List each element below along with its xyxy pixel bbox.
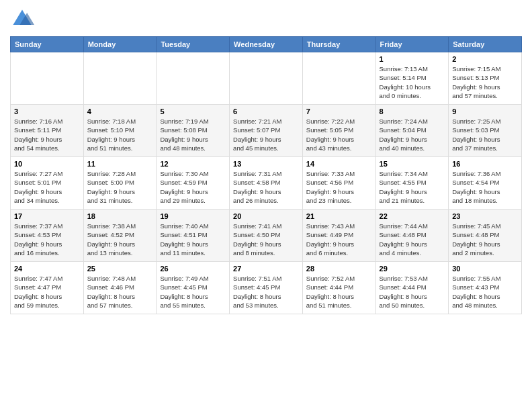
day-number: 1	[380, 55, 445, 63]
day-number: 26	[160, 265, 226, 273]
day-number: 30	[452, 265, 518, 273]
weekday-header: Wednesday	[230, 37, 303, 52]
day-number: 23	[452, 212, 518, 220]
calendar-week-row: 24Sunrise: 7:47 AM Sunset: 4:47 PM Dayli…	[11, 262, 522, 314]
day-info: Sunrise: 7:34 AM Sunset: 4:55 PM Dayligh…	[380, 169, 445, 205]
day-info: Sunrise: 7:40 AM Sunset: 4:51 PM Dayligh…	[160, 222, 226, 257]
weekday-header: Thursday	[302, 37, 375, 52]
day-info: Sunrise: 7:51 AM Sunset: 4:45 PM Dayligh…	[233, 274, 299, 310]
day-info: Sunrise: 7:24 AM Sunset: 5:04 PM Dayligh…	[380, 117, 445, 152]
day-info: Sunrise: 7:48 AM Sunset: 4:46 PM Dayligh…	[87, 274, 153, 310]
day-number: 14	[306, 160, 372, 168]
day-number: 13	[233, 160, 299, 168]
day-number: 3	[14, 107, 80, 116]
calendar-cell: 4Sunrise: 7:18 AM Sunset: 5:10 PM Daylig…	[83, 105, 157, 157]
day-number: 25	[87, 265, 153, 273]
day-info: Sunrise: 7:43 AM Sunset: 4:49 PM Dayligh…	[306, 222, 372, 257]
day-number: 21	[306, 212, 372, 220]
weekday-header: Monday	[83, 37, 157, 52]
weekday-header: Saturday	[449, 37, 522, 52]
day-info: Sunrise: 7:16 AM Sunset: 5:11 PM Dayligh…	[14, 117, 80, 152]
calendar-cell: 25Sunrise: 7:48 AM Sunset: 4:46 PM Dayli…	[83, 262, 157, 314]
calendar-cell: 9Sunrise: 7:25 AM Sunset: 5:03 PM Daylig…	[449, 105, 522, 157]
calendar-week-row: 10Sunrise: 7:27 AM Sunset: 5:01 PM Dayli…	[11, 157, 522, 210]
day-number: 19	[160, 212, 226, 220]
day-info: Sunrise: 7:25 AM Sunset: 5:03 PM Dayligh…	[452, 117, 518, 152]
calendar-cell: 22Sunrise: 7:44 AM Sunset: 4:48 PM Dayli…	[375, 210, 449, 262]
weekday-header: Friday	[375, 37, 449, 52]
calendar-cell: 2Sunrise: 7:15 AM Sunset: 5:13 PM Daylig…	[449, 52, 522, 105]
day-info: Sunrise: 7:31 AM Sunset: 4:58 PM Dayligh…	[233, 169, 299, 205]
day-number: 4	[87, 107, 153, 116]
calendar-cell: 20Sunrise: 7:41 AM Sunset: 4:50 PM Dayli…	[230, 210, 303, 262]
day-number: 15	[380, 160, 445, 168]
day-number: 29	[380, 265, 445, 273]
day-number: 11	[87, 160, 153, 168]
day-info: Sunrise: 7:13 AM Sunset: 5:14 PM Dayligh…	[380, 64, 445, 100]
weekday-header: Sunday	[11, 37, 84, 52]
logo-icon	[10, 7, 34, 31]
day-info: Sunrise: 7:37 AM Sunset: 4:53 PM Dayligh…	[14, 222, 80, 257]
calendar-cell: 16Sunrise: 7:36 AM Sunset: 4:54 PM Dayli…	[449, 157, 522, 210]
day-number: 27	[233, 265, 299, 273]
day-info: Sunrise: 7:53 AM Sunset: 4:44 PM Dayligh…	[380, 274, 445, 310]
calendar-cell: 26Sunrise: 7:49 AM Sunset: 4:45 PM Dayli…	[157, 262, 230, 314]
calendar-cell: 23Sunrise: 7:45 AM Sunset: 4:48 PM Dayli…	[449, 210, 522, 262]
logo	[10, 7, 37, 31]
calendar-cell	[230, 52, 303, 105]
weekday-header: Tuesday	[157, 37, 230, 52]
day-info: Sunrise: 7:18 AM Sunset: 5:10 PM Dayligh…	[87, 117, 153, 152]
day-number: 6	[233, 107, 299, 116]
calendar-cell: 12Sunrise: 7:30 AM Sunset: 4:59 PM Dayli…	[157, 157, 230, 210]
day-info: Sunrise: 7:15 AM Sunset: 5:13 PM Dayligh…	[452, 64, 518, 100]
calendar-cell: 18Sunrise: 7:38 AM Sunset: 4:52 PM Dayli…	[83, 210, 157, 262]
day-info: Sunrise: 7:19 AM Sunset: 5:08 PM Dayligh…	[160, 117, 226, 152]
calendar-cell: 30Sunrise: 7:55 AM Sunset: 4:43 PM Dayli…	[449, 262, 522, 314]
day-info: Sunrise: 7:27 AM Sunset: 5:01 PM Dayligh…	[14, 169, 80, 205]
day-info: Sunrise: 7:55 AM Sunset: 4:43 PM Dayligh…	[452, 274, 518, 310]
day-number: 2	[452, 55, 518, 63]
day-info: Sunrise: 7:28 AM Sunset: 5:00 PM Dayligh…	[87, 169, 153, 205]
day-number: 22	[380, 212, 445, 220]
calendar-cell: 5Sunrise: 7:19 AM Sunset: 5:08 PM Daylig…	[157, 105, 230, 157]
calendar-cell: 15Sunrise: 7:34 AM Sunset: 4:55 PM Dayli…	[375, 157, 449, 210]
day-info: Sunrise: 7:21 AM Sunset: 5:07 PM Dayligh…	[233, 117, 299, 152]
calendar-cell: 11Sunrise: 7:28 AM Sunset: 5:00 PM Dayli…	[83, 157, 157, 210]
day-info: Sunrise: 7:22 AM Sunset: 5:05 PM Dayligh…	[306, 117, 372, 152]
day-number: 17	[14, 212, 80, 220]
calendar-cell: 13Sunrise: 7:31 AM Sunset: 4:58 PM Dayli…	[230, 157, 303, 210]
calendar-cell: 19Sunrise: 7:40 AM Sunset: 4:51 PM Dayli…	[157, 210, 230, 262]
calendar-cell: 27Sunrise: 7:51 AM Sunset: 4:45 PM Dayli…	[230, 262, 303, 314]
day-info: Sunrise: 7:41 AM Sunset: 4:50 PM Dayligh…	[233, 222, 299, 257]
day-info: Sunrise: 7:47 AM Sunset: 4:47 PM Dayligh…	[14, 274, 80, 310]
calendar-cell	[83, 52, 157, 105]
day-info: Sunrise: 7:38 AM Sunset: 4:52 PM Dayligh…	[87, 222, 153, 257]
day-number: 5	[160, 107, 226, 116]
calendar-cell: 21Sunrise: 7:43 AM Sunset: 4:49 PM Dayli…	[302, 210, 375, 262]
day-number: 8	[380, 107, 445, 116]
day-info: Sunrise: 7:30 AM Sunset: 4:59 PM Dayligh…	[160, 169, 226, 205]
day-number: 7	[306, 107, 372, 116]
calendar-cell: 8Sunrise: 7:24 AM Sunset: 5:04 PM Daylig…	[375, 105, 449, 157]
day-number: 20	[233, 212, 299, 220]
header	[10, 7, 522, 31]
day-info: Sunrise: 7:52 AM Sunset: 4:44 PM Dayligh…	[306, 274, 372, 310]
day-info: Sunrise: 7:49 AM Sunset: 4:45 PM Dayligh…	[160, 274, 226, 310]
day-number: 10	[14, 160, 80, 168]
calendar-cell: 3Sunrise: 7:16 AM Sunset: 5:11 PM Daylig…	[11, 105, 84, 157]
calendar-week-row: 1Sunrise: 7:13 AM Sunset: 5:14 PM Daylig…	[11, 52, 522, 105]
day-number: 28	[306, 265, 372, 273]
day-number: 16	[452, 160, 518, 168]
day-number: 9	[452, 107, 518, 116]
day-number: 12	[160, 160, 226, 168]
day-number: 24	[14, 265, 80, 273]
calendar-cell	[11, 52, 84, 105]
day-info: Sunrise: 7:36 AM Sunset: 4:54 PM Dayligh…	[452, 169, 518, 205]
calendar-week-row: 17Sunrise: 7:37 AM Sunset: 4:53 PM Dayli…	[11, 210, 522, 262]
calendar-cell: 24Sunrise: 7:47 AM Sunset: 4:47 PM Dayli…	[11, 262, 84, 314]
day-number: 18	[87, 212, 153, 220]
day-info: Sunrise: 7:44 AM Sunset: 4:48 PM Dayligh…	[380, 222, 445, 257]
calendar-cell	[157, 52, 230, 105]
calendar-cell: 28Sunrise: 7:52 AM Sunset: 4:44 PM Dayli…	[302, 262, 375, 314]
main-container: SundayMondayTuesdayWednesdayThursdayFrid…	[0, 0, 532, 318]
